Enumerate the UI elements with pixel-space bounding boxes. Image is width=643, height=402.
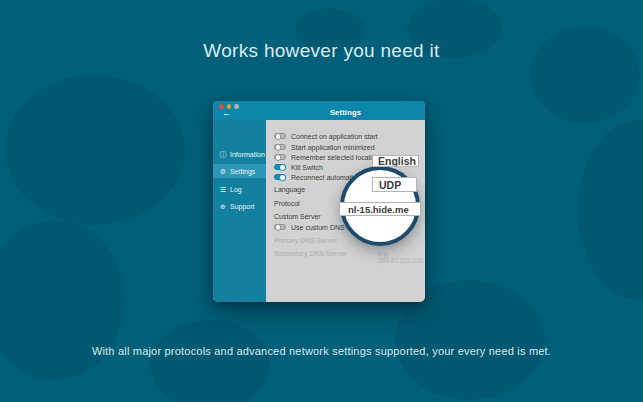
sidebar-item-settings[interactable]: ⚙ Settings	[213, 164, 266, 178]
toggle-row: Kill Switch	[274, 163, 323, 171]
toggle-knob	[279, 174, 286, 181]
toggle-label: Remember selected location	[291, 154, 380, 161]
sidebar: ⓘ Information ⚙ Settings ☰ Log ⊕ Support	[213, 120, 266, 302]
toggle-knob	[279, 164, 286, 171]
toggle-label: Kill Switch	[291, 164, 323, 171]
toggle-row: Remember selected location	[274, 153, 380, 161]
fullscreen-button[interactable]	[234, 104, 239, 109]
life-buoy-icon: ⊕	[219, 203, 227, 210]
toggle-knob	[275, 224, 282, 231]
log-list-icon: ☰	[219, 186, 227, 193]
window-titlebar: ← Settings	[213, 101, 425, 120]
kill-switch-toggle[interactable]	[274, 164, 286, 171]
page-caption: With all major protocols and advanced ne…	[0, 345, 643, 357]
connect-on-start-toggle[interactable]	[274, 133, 286, 140]
use-custom-dns-toggle[interactable]	[274, 224, 286, 231]
custom-server-label: Custom Server	[274, 213, 321, 220]
page-title: Works however you need it	[0, 40, 643, 62]
reconnect-toggle[interactable]	[274, 174, 286, 181]
toggle-row: Start application minimized	[274, 143, 375, 151]
window-title: Settings	[266, 108, 425, 117]
information-icon: ⓘ	[219, 151, 227, 158]
protocol-select-magnified[interactable]: UDP	[372, 177, 417, 192]
sidebar-item-label: Settings	[230, 168, 255, 175]
secondary-dns-label: Secondary DNS Server	[274, 250, 347, 257]
secondary-dns-placeholder: e.g. 208.67.222.220	[378, 250, 425, 264]
sidebar-item-log[interactable]: ☰ Log	[213, 182, 266, 196]
sidebar-item-label: Log	[230, 186, 242, 193]
toggle-label: Start application minimized	[291, 144, 375, 151]
toggle-label: Connect on application start	[291, 133, 378, 140]
sidebar-item-label: Support	[230, 203, 255, 210]
sidebar-item-support[interactable]: ⊕ Support	[213, 199, 266, 213]
toggle-row: Connect on application start	[274, 132, 378, 140]
toggle-knob	[275, 144, 282, 151]
sidebar-item-label: Information	[230, 151, 265, 158]
toggle-row: Use custom DNS	[274, 223, 345, 231]
back-arrow-icon[interactable]: ←	[222, 109, 231, 118]
screenshot-root: Works however you need it ← Settings ⓘ I…	[0, 0, 643, 402]
protocol-label: Protocol	[274, 200, 300, 207]
language-label: Language	[274, 186, 305, 193]
toggle-knob	[275, 154, 282, 161]
start-minimized-toggle[interactable]	[274, 144, 286, 151]
toggle-label: Use custom DNS	[291, 224, 345, 231]
sidebar-item-information[interactable]: ⓘ Information	[213, 147, 266, 161]
gear-icon: ⚙	[219, 168, 227, 175]
remember-location-toggle[interactable]	[274, 154, 286, 161]
toggle-knob	[275, 133, 282, 140]
language-select-magnified[interactable]: English	[372, 155, 419, 167]
primary-dns-label: Primary DNS Server	[274, 237, 337, 244]
custom-server-input-magnified[interactable]: nl-15.hide.me	[339, 202, 421, 216]
